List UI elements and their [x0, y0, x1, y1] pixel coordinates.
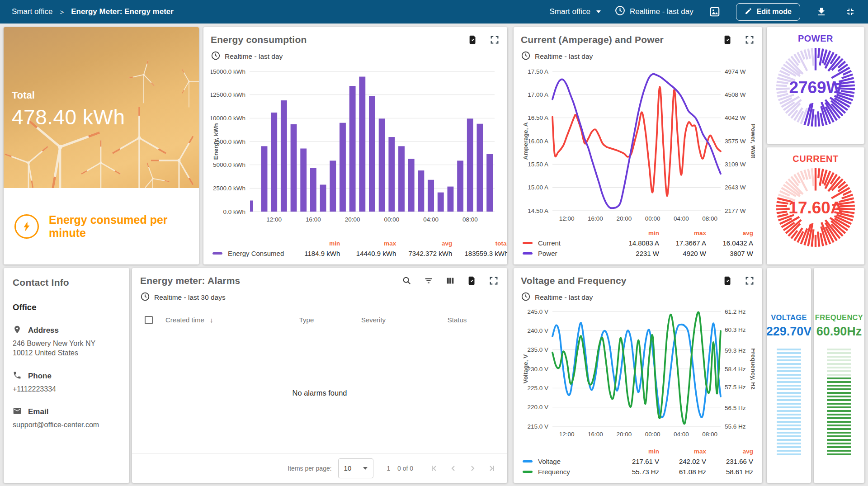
column-status[interactable]: Status — [407, 316, 507, 324]
total-energy-card: Total 478.40 kWh Energy consumed per min… — [4, 27, 199, 264]
svg-text:15.00 A: 15.00 A — [528, 184, 548, 191]
timewindow-row[interactable]: Realtime - last day — [211, 51, 500, 62]
fullscreen-icon[interactable] — [744, 275, 755, 286]
export-data-icon[interactable] — [722, 275, 733, 286]
current-power-legend: minmaxavgCurrent14.8083 A17.3667 A16.043… — [521, 227, 755, 260]
gauge-stripe — [827, 374, 851, 376]
voltage-frequency-card: Voltage and Frequency — [514, 268, 762, 483]
gauge-stripe — [827, 443, 851, 444]
export-data-icon[interactable] — [722, 34, 733, 45]
card-title: Current (Amperage) and Power — [521, 34, 664, 45]
svg-text:12:00: 12:00 — [559, 431, 575, 438]
last-page-button[interactable] — [482, 459, 501, 478]
email-icon — [13, 406, 22, 417]
search-icon[interactable] — [401, 275, 412, 286]
gauge-stripe — [777, 374, 801, 376]
card-title: Energy meter: Alarms — [140, 275, 240, 286]
dashboard-select-label: Smart office — [549, 7, 590, 16]
legend-series-name[interactable]: Frequency — [537, 468, 570, 476]
voltage-frequency-line-chart: 215.0 V220.0 V225.0 V230.0 V235.0 V240.0… — [521, 306, 755, 440]
gauge-title: VOLTAGE — [771, 313, 807, 322]
legend-stat-value: 58.61 Hz — [706, 468, 753, 476]
export-data-icon[interactable] — [467, 34, 478, 45]
svg-text:2769W: 2769W — [789, 78, 842, 97]
legend-stat-value: 4920 W — [659, 250, 706, 257]
sort-desc-icon: ↓ — [210, 316, 213, 324]
svg-text:16:00: 16:00 — [588, 431, 603, 438]
gauge-stripe — [827, 396, 851, 397]
legend-stat-value: 1184.9 kWh — [284, 250, 340, 257]
column-severity[interactable]: Severity — [340, 316, 407, 324]
breadcrumb-root[interactable]: Smart office — [12, 7, 52, 16]
legend-series-name[interactable]: Voltage — [537, 458, 570, 465]
clock-icon — [140, 292, 150, 303]
gauge-stripe — [777, 406, 801, 408]
legend-series-name[interactable]: Energy Consumed — [227, 250, 284, 257]
fullscreen-exit-icon[interactable] — [843, 4, 858, 19]
select-all-checkbox[interactable] — [145, 316, 153, 324]
timewindow-row[interactable]: Realtime - last 30 days — [132, 292, 507, 303]
gauge-stripe — [777, 370, 801, 372]
legend-stat-value: 14.8083 A — [612, 239, 659, 247]
gauge-stripe — [827, 385, 851, 387]
svg-text:04:00: 04:00 — [423, 216, 439, 223]
download-icon[interactable] — [814, 4, 829, 19]
timewindow-row[interactable]: Realtime - last day — [521, 292, 755, 303]
gauge-value: 229.70V — [767, 325, 811, 339]
chevron-down-icon — [596, 10, 601, 13]
gauge-stripe — [777, 435, 801, 437]
timewindow-label: Realtime - last day — [225, 52, 283, 61]
dashboard-select[interactable]: Smart office — [549, 7, 600, 16]
gauge-stripe — [777, 450, 801, 452]
first-page-button[interactable] — [425, 459, 444, 478]
svg-text:20:00: 20:00 — [616, 431, 632, 438]
fullscreen-icon[interactable] — [488, 275, 499, 286]
svg-text:59.3 Hz: 59.3 Hz — [725, 347, 746, 354]
card-title: Contact Info — [13, 277, 120, 288]
svg-text:12:00: 12:00 — [266, 216, 282, 223]
gauge-stripe — [827, 435, 851, 437]
items-per-page-select[interactable]: 10 — [338, 458, 373, 478]
gauge-stripe — [827, 425, 851, 426]
timewindow-row[interactable]: Realtime - last day — [521, 51, 755, 62]
column-type[interactable]: Type — [273, 316, 340, 324]
edit-mode-button[interactable]: Edit mode — [736, 3, 800, 21]
fullscreen-icon[interactable] — [744, 34, 755, 45]
legend-swatch — [523, 242, 533, 244]
clock-icon — [521, 51, 531, 62]
svg-text:55.6 Hz: 55.6 Hz — [725, 423, 746, 430]
gauge-stripe — [827, 392, 851, 394]
contact-value: 246 Bowery New York NY — [13, 339, 120, 349]
svg-text:Voltage, V: Voltage, V — [522, 354, 529, 383]
power-radial-gauge: 2769W — [772, 44, 859, 131]
svg-text:3109 W: 3109 W — [725, 161, 746, 168]
legend-stat-value: 55.73 Hz — [612, 468, 659, 476]
voltage-stripe-gauge — [777, 349, 801, 457]
gauge-stripe — [827, 399, 851, 401]
gauge-stripe — [827, 403, 851, 405]
legend-stat-label: min — [612, 448, 659, 455]
column-label: Created time — [165, 316, 204, 324]
contact-address-item: Address 246 Bowery New York NY 10012 Uni… — [13, 325, 120, 358]
contact-entity-name: Office — [13, 302, 120, 312]
columns-icon[interactable] — [445, 275, 456, 286]
contact-label: Email — [28, 407, 48, 416]
svg-text:14.50 A: 14.50 A — [528, 208, 548, 214]
svg-text:Power, Watt: Power, Watt — [750, 124, 755, 159]
timewindow-label: Realtime - last day — [630, 7, 693, 16]
dashboard-image-icon[interactable] — [707, 4, 722, 19]
legend-swatch — [523, 460, 533, 462]
fullscreen-icon[interactable] — [489, 34, 500, 45]
legend-stat-value: 217.61 V — [612, 458, 659, 465]
legend-stat-value: 3807 W — [706, 250, 753, 257]
filter-icon[interactable] — [423, 275, 434, 286]
legend-series-name[interactable]: Current — [537, 239, 561, 247]
export-data-icon[interactable] — [467, 275, 477, 286]
legend-series-name[interactable]: Power — [537, 250, 561, 257]
top-navbar: Smart office > Energy Meter: Energy mete… — [0, 0, 868, 24]
column-created-time[interactable]: Created time ↓ — [165, 316, 273, 324]
previous-page-button[interactable] — [444, 459, 463, 478]
gauge-stripe — [827, 381, 851, 383]
next-page-button[interactable] — [463, 459, 482, 478]
timewindow-button[interactable]: Realtime - last day — [614, 5, 693, 19]
